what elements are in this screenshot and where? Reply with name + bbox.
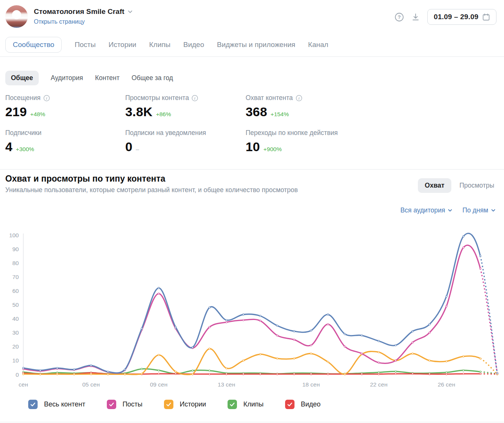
stat-change: –	[136, 146, 139, 153]
subtab-content[interactable]: Контент	[95, 74, 120, 82]
legend-label: Истории	[180, 400, 206, 408]
date-range-value: 01.09 – 29.09	[434, 13, 478, 21]
legend-label: Весь контент	[44, 400, 85, 408]
chevron-down-icon	[448, 208, 452, 213]
stat-change: +300%	[16, 146, 34, 153]
legend-stories[interactable]: Истории	[164, 400, 206, 409]
svg-text:09 сен: 09 сен	[150, 381, 167, 388]
stat-notification-subscriptions: Подписки на уведомления 0 –	[125, 129, 206, 154]
stat-change: +86%	[156, 111, 171, 118]
svg-text:40: 40	[12, 315, 19, 322]
tab-clips[interactable]: Клипы	[149, 41, 170, 49]
calendar-icon	[482, 13, 490, 21]
info-icon[interactable]: i	[43, 95, 50, 102]
main-tabs: Сообщество Посты Истории Клипы Видео Вид…	[5, 37, 328, 53]
svg-text:90: 90	[12, 246, 19, 252]
date-range-picker[interactable]: 01.09 – 29.09	[427, 9, 496, 25]
tab-community[interactable]: Сообщество	[5, 37, 62, 53]
svg-text:80: 80	[12, 260, 19, 266]
svg-text:10: 10	[12, 357, 19, 364]
svg-text:сен: сен	[19, 381, 28, 388]
svg-text:26 сен: 26 сен	[438, 381, 455, 388]
stat-subscribers: Подписчики 4 +300%	[5, 129, 41, 154]
info-icon[interactable]: i	[296, 95, 302, 102]
chevron-down-icon[interactable]	[128, 9, 133, 14]
checkbox-checked-icon[interactable]	[28, 400, 38, 409]
stat-change: +48%	[30, 111, 45, 118]
download-icon[interactable]	[411, 12, 421, 22]
stat-label: Посещения	[5, 94, 41, 102]
svg-text:22 сен: 22 сен	[370, 381, 387, 388]
legend-posts[interactable]: Посты	[107, 400, 143, 409]
svg-text:100: 100	[9, 232, 19, 238]
svg-text:i: i	[194, 96, 196, 100]
stat-label: Подписки на уведомления	[125, 129, 206, 137]
svg-text:20: 20	[12, 343, 19, 350]
stat-label: Переходы по кнопке действия	[246, 129, 338, 137]
open-page-link[interactable]: Открыть страницу	[34, 18, 85, 25]
mode-reach[interactable]: Охват	[418, 178, 451, 193]
svg-text:i: i	[298, 96, 299, 100]
stat-content-views: Просмотры контента i 3.8K +86%	[125, 94, 198, 119]
checkbox-checked-icon[interactable]	[107, 400, 116, 409]
header-divider	[0, 56, 504, 57]
legend-clips[interactable]: Клипы	[228, 400, 264, 409]
svg-text:0: 0	[15, 371, 19, 378]
stat-visits: Посещения i 219 +48%	[5, 94, 50, 119]
svg-text:?: ?	[398, 14, 401, 20]
reach-views-toggle: Охват Просмотры	[418, 178, 494, 193]
legend-video[interactable]: Видео	[285, 400, 321, 409]
subtab-general[interactable]: Общее	[5, 71, 39, 85]
stat-value: 3.8K	[125, 105, 153, 119]
stat-value: 10	[246, 139, 260, 154]
stat-change: +154%	[270, 111, 289, 118]
subtab-general-year[interactable]: Общее за год	[132, 74, 173, 82]
checkbox-checked-icon[interactable]	[228, 400, 237, 409]
svg-text:13 сен: 13 сен	[218, 381, 235, 388]
chart-legend: Весь контент Посты Истории Клипы Видео	[28, 400, 320, 409]
legend-label: Клипы	[243, 400, 264, 408]
svg-text:05 сен: 05 сен	[82, 381, 100, 388]
tab-stories[interactable]: Истории	[108, 41, 136, 49]
mode-views[interactable]: Просмотры	[460, 182, 495, 190]
stat-content-reach: Охват контента i 368 +154%	[246, 94, 302, 119]
svg-text:18 сен: 18 сен	[302, 381, 320, 388]
section-divider	[0, 169, 504, 170]
stat-value: 219	[5, 105, 27, 119]
stat-value: 368	[246, 105, 267, 119]
period-filter-dropdown[interactable]: По дням	[462, 206, 496, 214]
community-name: Стоматология Smile Craft	[34, 8, 124, 16]
checkbox-checked-icon[interactable]	[285, 400, 295, 409]
tab-channel[interactable]: Канал	[308, 41, 328, 49]
chart-section-title: Охват и просмотры по типу контента	[5, 174, 165, 184]
svg-text:70: 70	[12, 274, 19, 280]
legend-label: Видео	[301, 400, 321, 408]
svg-text:i: i	[46, 96, 47, 100]
community-avatar[interactable]	[5, 5, 28, 28]
tab-posts[interactable]: Посты	[74, 41, 96, 49]
info-icon[interactable]: i	[191, 95, 198, 102]
chart-section-subtitle: Уникальные пользователи, которые смотрел…	[5, 186, 298, 194]
help-icon[interactable]: ?	[394, 12, 404, 22]
stat-label: Подписчики	[5, 129, 41, 137]
checkbox-checked-icon[interactable]	[164, 400, 173, 409]
footer-divider	[0, 422, 504, 422]
subtab-audience[interactable]: Аудитория	[51, 74, 83, 82]
svg-text:60: 60	[12, 288, 19, 294]
stat-label: Просмотры контента	[125, 94, 189, 102]
tab-widgets-apps[interactable]: Виджеты и приложения	[217, 41, 295, 49]
stat-label: Охват контента	[246, 94, 293, 102]
chevron-down-icon	[491, 208, 496, 213]
stats-subtabs: Общее Аудитория Контент Общее за год	[5, 71, 173, 85]
svg-text:30: 30	[12, 329, 19, 336]
legend-label: Посты	[123, 400, 143, 408]
stat-change: +900%	[263, 146, 282, 153]
audience-filter-dropdown[interactable]: Вся аудитория	[400, 206, 452, 214]
tab-video[interactable]: Видео	[183, 41, 204, 49]
legend-all-content[interactable]: Весь контент	[28, 400, 85, 409]
stat-value: 4	[5, 139, 12, 154]
stat-action-button-clicks: Переходы по кнопке действия 10 +900%	[246, 129, 338, 154]
reach-views-chart[interactable]: 0102030405060708090100сен05 сен09 сен13 …	[0, 224, 504, 395]
stat-value: 0	[125, 139, 132, 154]
svg-text:50: 50	[12, 302, 19, 308]
